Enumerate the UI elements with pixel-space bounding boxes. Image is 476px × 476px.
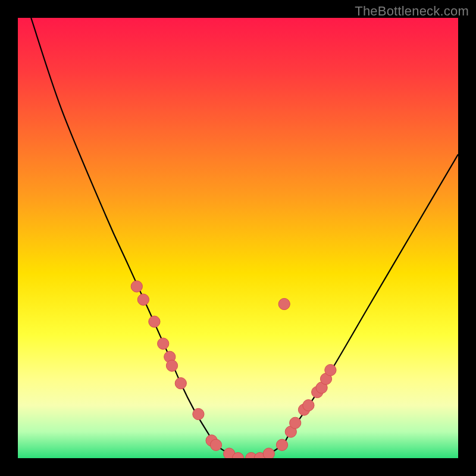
markers-group bbox=[131, 281, 336, 458]
marker-dot bbox=[276, 439, 287, 450]
watermark-text: TheBottleneck.com bbox=[355, 4, 469, 19]
marker-dot bbox=[149, 316, 160, 327]
marker-dot bbox=[303, 400, 314, 411]
marker-dot bbox=[137, 294, 149, 305]
marker-dot bbox=[290, 417, 301, 428]
marker-dot bbox=[158, 338, 169, 349]
chart-stage: TheBottleneck.com bbox=[0, 0, 476, 476]
marker-dot bbox=[131, 281, 142, 292]
marker-dot bbox=[263, 448, 274, 458]
marker-dot bbox=[166, 360, 177, 371]
marker-dot bbox=[193, 408, 204, 419]
plot-area bbox=[18, 18, 458, 458]
marker-dot bbox=[325, 364, 336, 375]
marker-dot bbox=[278, 298, 290, 309]
chart-svg bbox=[18, 18, 458, 458]
bottleneck-curve bbox=[31, 18, 458, 458]
marker-dot bbox=[210, 439, 221, 450]
marker-dot bbox=[175, 378, 186, 389]
